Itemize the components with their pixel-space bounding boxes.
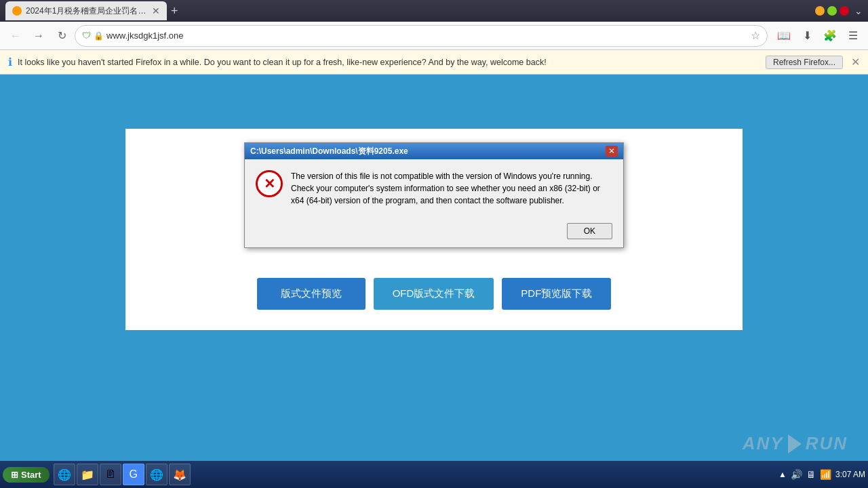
forward-button[interactable]: → — [28, 26, 49, 46]
download-buttons: 版式文件预览 OFD版式文件下载 PDF预览版下载 — [257, 278, 612, 310]
security-shield-icon: 🛡 — [82, 30, 91, 41]
browser-tab[interactable]: 2024年1月税务稽查局企业罚名单(电话... ✕ — [5, 1, 167, 20]
bookmark-star-icon[interactable]: ☆ — [751, 29, 760, 42]
content-white-area: C:\Users\admin\Downloads\资料9205.exe ✕ ✕ … — [125, 129, 743, 330]
taskbar-clock: 3:07 AM — [835, 470, 865, 479]
start-label: Start — [21, 470, 41, 480]
tray-monitor-icon[interactable]: 🖥 — [806, 469, 816, 480]
content-background: C:\Users\admin\Downloads\资料9205.exe ✕ ✕ … — [0, 75, 868, 488]
taskbar-item-chrome[interactable]: G — [123, 464, 144, 485]
tab-title: 2024年1月税务稽查局企业罚名单(电话... — [26, 5, 148, 17]
tab-favicon — [12, 6, 22, 16]
lock-icon: 🔒 — [94, 31, 104, 41]
dialog-title: C:\Users\admin\Downloads\资料9205.exe — [250, 146, 408, 157]
new-tab-button[interactable]: + — [171, 4, 178, 18]
tab-close-icon[interactable]: ✕ — [152, 5, 160, 16]
error-icon: ✕ — [256, 170, 283, 197]
titlebar-dropdown-icon[interactable]: ⌄ — [854, 5, 863, 16]
dialog-footer: OK — [245, 218, 623, 247]
watermark-play-icon — [788, 434, 802, 453]
download-icon[interactable]: ⬇ — [797, 26, 816, 45]
pdf-download-button[interactable]: PDF预览版下载 — [502, 278, 611, 310]
blue-banner — [0, 75, 868, 115]
notification-close-button[interactable]: ✕ — [851, 56, 860, 68]
full-page: 2024年1月税务稽查局企业罚名单(电话... ✕ + ⌄ ← → ↻ 🛡 🔒 … — [0, 0, 868, 488]
taskbar-item-explorer[interactable]: 📁 — [77, 464, 98, 485]
watermark-text-run: RUN — [806, 433, 848, 454]
error-dialog-overlay: C:\Users\admin\Downloads\资料9205.exe ✕ ✕ … — [244, 142, 624, 248]
close-button[interactable] — [840, 6, 849, 16]
start-icon: ⊞ — [11, 470, 18, 480]
tray-arrow-icon[interactable]: ▲ — [778, 470, 787, 479]
watermark: ANY RUN — [743, 433, 848, 454]
taskbar-item-edge[interactable]: 🌐 — [146, 464, 167, 485]
refresh-button[interactable]: ↻ — [52, 26, 72, 46]
tray-volume-icon[interactable]: 🔊 — [791, 469, 802, 480]
dialog-ok-button[interactable]: OK — [567, 223, 612, 239]
pocket-icon[interactable]: 📖 — [774, 26, 793, 45]
taskbar: ⊞ Start 🌐 📁 🖹 G 🌐 🦊 ▲ 🔊 🖥 📶 3:07 AM — [0, 461, 868, 488]
minimize-button[interactable] — [815, 6, 825, 16]
taskbar-item-ie[interactable]: 🌐 — [54, 464, 75, 485]
navbar: ← → ↻ 🛡 🔒 ☆ 📖 ⬇ 🧩 ☰ — [0, 22, 868, 50]
taskbar-item-word[interactable]: 🖹 — [100, 464, 121, 485]
address-bar[interactable]: 🛡 🔒 ☆ — [75, 25, 768, 47]
back-button[interactable]: ← — [5, 26, 26, 46]
ofd-download-button[interactable]: OFD版式文件下载 — [374, 278, 494, 310]
taskbar-items: 🌐 📁 🖹 G 🌐 🦊 — [54, 464, 191, 485]
dialog-message: The version of this file is not compatib… — [291, 170, 612, 207]
notification-info-icon: ℹ — [8, 56, 12, 68]
address-input[interactable] — [106, 30, 748, 41]
start-button[interactable]: ⊞ Start — [3, 467, 50, 483]
windows-error-dialog: C:\Users\admin\Downloads\资料9205.exe ✕ ✕ … — [244, 142, 624, 248]
refresh-firefox-button[interactable]: Refresh Firefox... — [766, 56, 843, 69]
maximize-button[interactable] — [827, 6, 837, 16]
nav-icons: 📖 ⬇ 🧩 ☰ — [774, 26, 863, 45]
titlebar: 2024年1月税务稽查局企业罚名单(电话... ✕ + ⌄ — [0, 0, 868, 22]
taskbar-tray: ▲ 🔊 🖥 📶 3:07 AM — [778, 469, 865, 480]
extensions-icon[interactable]: 🧩 — [821, 26, 840, 45]
dialog-body: ✕ The version of this file is not compat… — [245, 159, 623, 218]
watermark-text-any: ANY — [743, 433, 784, 454]
dialog-titlebar: C:\Users\admin\Downloads\资料9205.exe ✕ — [245, 143, 623, 159]
taskbar-item-firefox[interactable]: 🦊 — [169, 464, 191, 485]
preview-button[interactable]: 版式文件预览 — [257, 278, 366, 310]
tray-network-icon[interactable]: 📶 — [820, 469, 831, 480]
dialog-close-button[interactable]: ✕ — [606, 146, 618, 157]
error-x-icon: ✕ — [264, 176, 275, 192]
notification-bar: ℹ It looks like you haven't started Fire… — [0, 50, 868, 75]
notification-message: It looks like you haven't started Firefo… — [18, 58, 760, 67]
menu-icon[interactable]: ☰ — [844, 26, 863, 45]
window-controls — [815, 6, 849, 16]
